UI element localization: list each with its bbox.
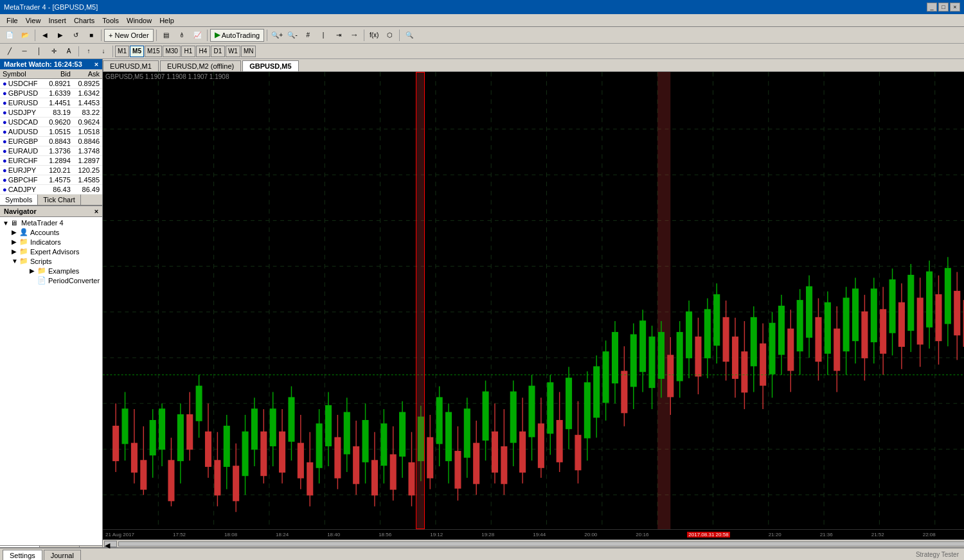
scroll-end-btn[interactable]: ⇥ (332, 29, 346, 42)
text-btn[interactable]: A (62, 45, 76, 58)
table-row[interactable]: ●EURAUD 1.3736 1.3748 (0, 146, 102, 156)
menu-view[interactable]: View (22, 15, 45, 26)
crosshair-btn[interactable]: ✛ (47, 45, 61, 58)
open-btn[interactable]: 📂 (18, 29, 32, 42)
tree-expert-advisors[interactable]: ▶ 📁 Expert Advisors (9, 247, 102, 256)
chart-tab-gbpusd-m5[interactable]: GBPUSD,M5 (242, 60, 298, 71)
bid-cell: 0.9620 (44, 118, 73, 127)
strategy-tester-panel: Settings Journal Strategy Tester Expert … (0, 547, 964, 560)
tree-period-converter[interactable]: 📄 PeriodConverter (18, 276, 102, 285)
period-w1[interactable]: W1 (226, 46, 240, 57)
scrollbar-track[interactable] (118, 541, 964, 547)
navigator-panel: Navigator × ▼ 🖥 MetaTrader 4 ▶ 👤 Account… (0, 206, 102, 547)
period-m15[interactable]: M15 (145, 46, 162, 57)
table-row[interactable]: ●EURGBP 0.8843 0.8846 (0, 137, 102, 146)
chart-type-candle[interactable]: 🕯 (175, 29, 189, 42)
period-m1[interactable]: M1 (115, 46, 129, 57)
period-h4[interactable]: H4 (196, 46, 210, 57)
ask-cell: 0.9624 (73, 118, 102, 127)
svg-rect-75 (316, 424, 322, 468)
search-btn[interactable]: 🔍 (402, 29, 416, 42)
mw-tab-tick[interactable]: Tick Chart (38, 195, 81, 205)
svg-rect-163 (723, 318, 729, 362)
period-m5[interactable]: M5 (130, 46, 144, 57)
zoom-out-btn[interactable]: 🔍- (285, 29, 299, 42)
minimize-btn[interactable]: _ (927, 3, 937, 12)
menu-file[interactable]: File (3, 15, 22, 26)
sep6 (364, 30, 364, 41)
svg-rect-201 (899, 303, 905, 347)
new-order-btn[interactable]: + New Order (104, 29, 154, 42)
indicator-btn[interactable]: f(x) (367, 29, 381, 42)
new-file-btn[interactable]: 📄 (3, 29, 17, 42)
period-d1[interactable]: D1 (211, 46, 225, 57)
arrow-up-btn[interactable]: ↑ (82, 45, 96, 58)
refresh-btn[interactable]: ↺ (69, 29, 83, 42)
hline-tool-btn[interactable]: ─ (17, 45, 31, 58)
market-watch-close[interactable]: × (94, 60, 98, 68)
chart-tabs-spacer (300, 59, 964, 71)
chart-plot[interactable]: GBPUSD,M5 1.1907 1.1908 1.1907 1.1908 (103, 72, 964, 529)
new-order-icon: + (109, 31, 112, 39)
tab-settings[interactable]: Settings (3, 550, 42, 560)
table-row[interactable]: ●USDCHF 0.8921 0.8925 (0, 79, 102, 89)
table-row[interactable]: ●GBPUSD 1.6339 1.6342 (0, 89, 102, 98)
period-m30[interactable]: M30 (163, 46, 180, 57)
scrollbar-left[interactable]: ◀ (104, 541, 117, 547)
period-sep-btn[interactable]: | (316, 29, 330, 42)
menu-window[interactable]: Window (123, 15, 156, 26)
objects-btn[interactable]: ⬡ (382, 29, 397, 42)
autotrading-btn[interactable]: ▶ AutoTrading (210, 29, 265, 42)
zoom-in-btn[interactable]: 🔍+ (270, 29, 284, 42)
table-row[interactable]: ●USDCAD 0.9620 0.9624 (0, 118, 102, 127)
table-row[interactable]: ●AUDUSD 1.0515 1.0518 (0, 127, 102, 137)
tree-scripts[interactable]: ▼ 📁 Scripts (9, 256, 102, 266)
arrow-down-btn[interactable]: ↓ (96, 45, 111, 58)
menu-tools[interactable]: Tools (98, 15, 123, 26)
bid-cell: 1.2894 (44, 156, 73, 166)
maximize-btn[interactable]: □ (938, 3, 949, 12)
bid-cell: 1.4575 (44, 175, 73, 185)
chart-tab-eurusd-m2[interactable]: EURUSD,M2 (offline) (160, 60, 241, 71)
mw-tab-symbols[interactable]: Symbols (0, 195, 38, 205)
tree-root[interactable]: ▼ 🖥 MetaTrader 4 (0, 218, 102, 227)
table-row[interactable]: ●EURUSD 1.4451 1.4453 (0, 98, 102, 108)
tree-children: ▶ 👤 Accounts ▶ 📁 Indicators ▶ 📁 Expert A… (0, 227, 102, 285)
line-tool-btn[interactable]: ╱ (3, 45, 17, 58)
ask-cell: 1.6342 (73, 89, 102, 98)
table-row[interactable]: ●EURCHF 1.2894 1.2897 (0, 156, 102, 166)
table-row[interactable]: ●CADJPY 86.43 86.49 (0, 185, 102, 195)
vline-tool-btn[interactable]: │ (32, 45, 46, 58)
tree-examples[interactable]: ▶ 📁 Examples (18, 266, 102, 276)
chart-scrollbar[interactable]: ◀ ▶ (103, 539, 964, 547)
bid-cell: 83.19 (44, 108, 73, 118)
menu-charts[interactable]: Charts (70, 15, 98, 26)
close-btn[interactable]: × (950, 3, 960, 12)
navigator-close[interactable]: × (94, 207, 98, 215)
period-h1[interactable]: H1 (181, 46, 195, 57)
table-row[interactable]: ●GBPCHF 1.4575 1.4585 (0, 175, 102, 185)
nav-tab-favorites[interactable]: Favorites (40, 546, 80, 547)
scripts-label: Scripts (30, 258, 52, 265)
chart-tabs: EURUSD,M1 EURUSD,M2 (offline) GBPUSD,M5 … (103, 59, 964, 72)
scroll-btn[interactable]: ⤏ (347, 29, 361, 42)
chart-type-bar[interactable]: ▤ (159, 29, 174, 42)
forward-btn[interactable]: ▶ (53, 29, 67, 42)
period-mn[interactable]: MN (241, 46, 256, 57)
stop-btn[interactable]: ■ (84, 29, 98, 42)
menu-insert[interactable]: Insert (44, 15, 70, 26)
menu-help[interactable]: Help (156, 15, 178, 26)
tree-indicators[interactable]: ▶ 📁 Indicators (9, 237, 102, 247)
col-bid: Bid (44, 69, 73, 79)
tab-journal[interactable]: Journal (44, 550, 81, 560)
table-row[interactable]: ●USDJPY 83.19 83.22 (0, 108, 102, 118)
chart-tab-eurusd-m1[interactable]: EURUSD,M1 (103, 60, 159, 71)
grid-btn[interactable]: # (301, 29, 315, 42)
svg-rect-95 (409, 463, 415, 495)
scrollbar-thumb[interactable] (119, 542, 964, 546)
tree-accounts[interactable]: ▶ 👤 Accounts (9, 227, 102, 237)
table-row[interactable]: ●EURJPY 120.21 120.25 (0, 166, 102, 175)
chart-type-line[interactable]: 📈 (190, 29, 204, 42)
nav-tab-common[interactable]: Common (0, 546, 40, 547)
back-btn[interactable]: ◀ (38, 29, 52, 42)
